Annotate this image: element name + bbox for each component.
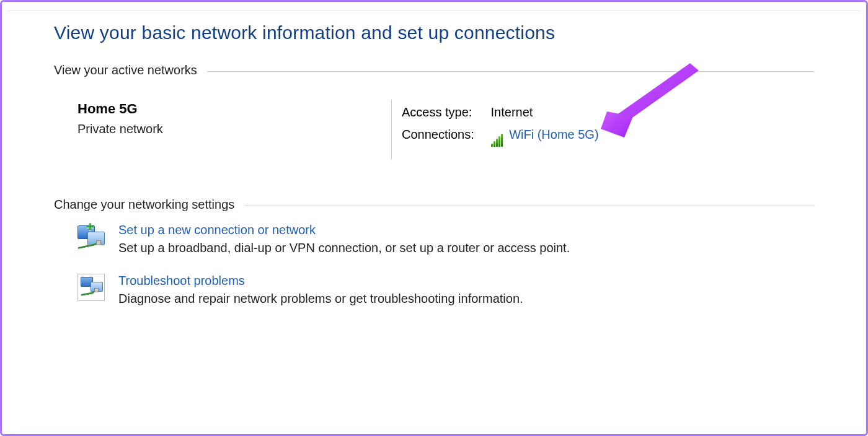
access-type-row: Access type: Internet: [402, 101, 599, 123]
active-networks-heading: View your active networks: [54, 63, 814, 77]
troubleshoot-icon: [78, 274, 105, 301]
heading-rule: [207, 71, 814, 72]
troubleshoot-desc: Diagnose and repair network problems or …: [118, 292, 523, 306]
connections-row: Connections: WiFi (Home 5G): [402, 123, 599, 147]
connections-label: Connections:: [402, 123, 487, 146]
active-network-row: Home 5G Private network Access type: Int…: [78, 100, 814, 159]
network-category: Private network: [78, 122, 391, 136]
option-setup-network[interactable]: + Set up a new connection or network Set…: [78, 223, 814, 255]
active-network-left: Home 5G Private network: [78, 100, 391, 159]
setup-network-link[interactable]: Set up a new connection or network: [118, 223, 570, 237]
access-type-label: Access type:: [402, 101, 487, 123]
active-networks-heading-label: View your active networks: [54, 63, 207, 77]
wifi-connection-link[interactable]: WiFi (Home 5G): [509, 128, 598, 141]
change-settings-heading: Change your networking settings: [54, 198, 814, 212]
troubleshoot-link[interactable]: Troubleshoot problems: [118, 274, 523, 288]
vertical-divider: [391, 100, 392, 159]
page-title: View your basic network information and …: [54, 22, 814, 43]
network-name: Home 5G: [78, 101, 391, 117]
change-settings-heading-label: Change your networking settings: [54, 198, 244, 212]
option-troubleshoot[interactable]: Troubleshoot problems Diagnose and repai…: [78, 274, 814, 306]
setup-network-desc: Set up a broadband, dial-up or VPN conne…: [118, 241, 570, 255]
top-divider: [7, 2, 861, 11]
access-type-value: Internet: [491, 105, 533, 119]
heading-rule: [244, 206, 814, 206]
wifi-signal-icon: [491, 124, 503, 147]
active-network-right: Access type: Internet Connections: WiFi …: [402, 100, 599, 159]
setup-network-icon: +: [78, 223, 105, 250]
